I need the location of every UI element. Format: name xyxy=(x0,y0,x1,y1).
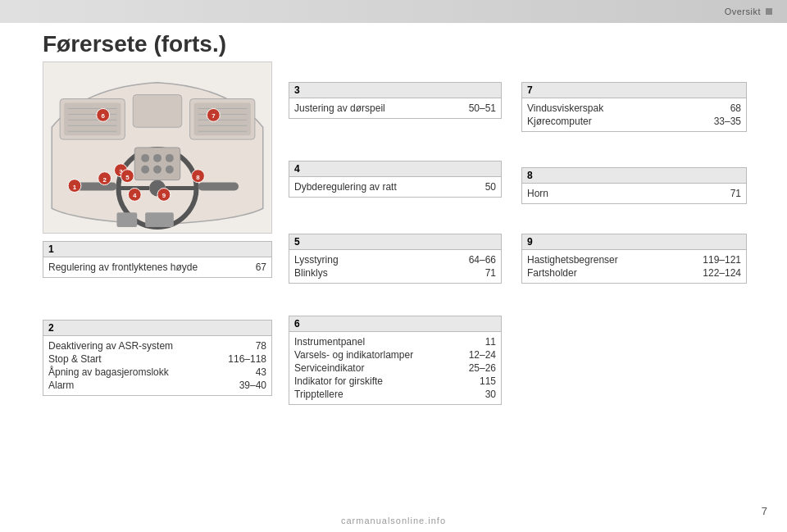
box6-row0-value: 11 xyxy=(455,336,496,348)
watermark: carmanualsonline.info xyxy=(341,516,446,525)
box6-row4-value: 30 xyxy=(455,389,496,400)
box6-row1-value: 12–24 xyxy=(455,349,496,361)
box2-row3-value: 39–40 xyxy=(225,380,266,391)
svg-text:7: 7 xyxy=(212,112,216,120)
header-bar: Oversikt xyxy=(0,0,787,23)
box9-row-0: Hastighetsbegrenser 119–121 xyxy=(527,253,741,266)
box2-row-0: Deaktivering av ASR-system 78 xyxy=(48,339,266,352)
box2-row2-label: Åpning av bagasjeromslokk xyxy=(48,366,225,378)
header-square-icon xyxy=(766,8,772,15)
box5-body: Lysstyring 64–66 Blinklys 71 xyxy=(289,250,501,283)
svg-rect-17 xyxy=(194,103,251,136)
box6-row-3: Indikator for girskifte 115 xyxy=(294,375,496,388)
svg-point-28 xyxy=(153,166,161,174)
box8-header: 8 xyxy=(522,168,746,184)
box7-row-0: Vindusviskerspak 68 xyxy=(527,102,741,115)
box6-row3-value: 115 xyxy=(455,375,496,387)
info-box-1: 1 Regulering av frontlyktenes høyde 67 xyxy=(43,241,272,278)
svg-text:2: 2 xyxy=(102,176,107,184)
page-number: 7 xyxy=(762,505,767,517)
box2-row-1: Stop & Start 116–118 xyxy=(48,352,266,366)
svg-text:4: 4 xyxy=(133,192,137,199)
box9-body: Hastighetsbegrenser 119–121 Fartsholder … xyxy=(522,250,746,283)
box2-body: Deaktivering av ASR-system 78 Stop & Sta… xyxy=(43,336,271,395)
svg-point-26 xyxy=(166,154,174,162)
box3-body: Justering av dørspeil 50–51 xyxy=(289,98,501,118)
box6-row-2: Serviceindikator 25–26 xyxy=(294,361,496,375)
box9-row0-label: Hastighetsbegrenser xyxy=(527,254,700,266)
box4-row0-value: 50 xyxy=(455,181,496,193)
svg-text:5: 5 xyxy=(125,174,130,181)
box3-row0-value: 50–51 xyxy=(455,102,496,114)
box1-row0-label: Regulering av frontlyktenes høyde xyxy=(48,261,225,273)
box9-row1-label: Fartsholder xyxy=(527,267,700,279)
box6-row3-label: Indikator for girskifte xyxy=(294,375,455,387)
svg-point-29 xyxy=(166,166,174,174)
box2-row-3: Alarm 39–40 xyxy=(48,379,266,392)
box1-row0-value: 67 xyxy=(225,261,266,273)
box2-row1-label: Stop & Start xyxy=(48,353,225,365)
page-title: Førersete (forts.) xyxy=(43,31,226,57)
box9-row1-value: 122–124 xyxy=(700,267,741,279)
box5-header: 5 xyxy=(289,234,501,250)
box7-body: Vindusviskerspak 68 Kjørecomputer 33–35 xyxy=(522,98,746,131)
box1-body: Regulering av frontlyktenes høyde 67 xyxy=(43,257,271,277)
box8-body: Horn 71 xyxy=(522,184,746,203)
box4-header: 4 xyxy=(289,161,501,177)
box2-row2-value: 43 xyxy=(225,366,266,378)
box8-row0-value: 71 xyxy=(700,188,741,199)
box7-row1-value: 33–35 xyxy=(700,116,741,127)
svg-text:6: 6 xyxy=(101,112,105,120)
box5-row-0: Lysstyring 64–66 xyxy=(294,253,496,266)
box9-row0-value: 119–121 xyxy=(700,254,741,266)
box3-header: 3 xyxy=(289,83,501,98)
svg-text:1: 1 xyxy=(73,184,77,191)
box3-row0-label: Justering av dørspeil xyxy=(294,102,455,114)
svg-point-24 xyxy=(141,154,149,162)
box1-header: 1 xyxy=(43,242,271,257)
box3-row-0: Justering av dørspeil 50–51 xyxy=(294,102,496,115)
box5-row1-label: Blinklys xyxy=(294,267,455,279)
box9-header: 9 xyxy=(522,234,746,250)
box2-header: 2 xyxy=(43,321,271,336)
box7-header: 7 xyxy=(522,83,746,98)
box5-row-1: Blinklys 71 xyxy=(294,266,496,280)
box7-row0-label: Vindusviskerspak xyxy=(527,102,700,114)
box2-row1-value: 116–118 xyxy=(225,353,266,365)
box4-row0-label: Dybderegulering av ratt xyxy=(294,181,455,193)
info-box-2: 2 Deaktivering av ASR-system 78 Stop & S… xyxy=(43,320,272,396)
info-box-5: 5 Lysstyring 64–66 Blinklys 71 xyxy=(289,234,502,284)
box6-row-1: Varsels- og indikatorlamper 12–24 xyxy=(294,348,496,361)
info-box-6: 6 Instrumentpanel 11 Varsels- og indikat… xyxy=(289,316,502,405)
svg-rect-6 xyxy=(76,183,117,191)
box6-body: Instrumentpanel 11 Varsels- og indikator… xyxy=(289,332,501,404)
box6-row4-label: Tripptellere xyxy=(294,389,455,400)
box6-row2-label: Serviceindikator xyxy=(294,362,455,374)
svg-rect-9 xyxy=(133,95,181,128)
header-label: Oversikt xyxy=(725,7,761,16)
box7-row1-label: Kjørecomputer xyxy=(527,116,700,127)
box7-row0-value: 68 xyxy=(700,102,741,114)
box2-row-2: Åpning av bagasjeromslokk 43 xyxy=(48,366,266,379)
box8-row0-label: Horn xyxy=(527,188,700,199)
box2-row0-value: 78 xyxy=(225,340,266,352)
car-illustration: 1 2 3 4 5 6 7 8 9 xyxy=(43,61,272,234)
box9-row-1: Fartsholder 122–124 xyxy=(527,266,741,280)
box5-row0-value: 64–66 xyxy=(455,254,496,266)
box6-row-4: Tripptellere 30 xyxy=(294,388,496,401)
svg-point-25 xyxy=(153,154,161,162)
box5-row0-label: Lysstyring xyxy=(294,254,455,266)
info-box-9: 9 Hastighetsbegrenser 119–121 Fartsholde… xyxy=(521,234,747,284)
info-box-7: 7 Vindusviskerspak 68 Kjørecomputer 33–3… xyxy=(521,82,747,132)
box6-row0-label: Instrumentpanel xyxy=(294,336,455,348)
svg-point-27 xyxy=(141,166,149,174)
box2-row3-label: Alarm xyxy=(48,380,225,391)
svg-text:8: 8 xyxy=(196,174,200,181)
info-box-8: 8 Horn 71 xyxy=(521,167,747,204)
svg-rect-30 xyxy=(116,212,137,227)
svg-rect-23 xyxy=(134,148,180,180)
box6-header: 6 xyxy=(289,316,501,332)
box6-row1-label: Varsels- og indikatorlamper xyxy=(294,349,455,361)
svg-rect-31 xyxy=(145,212,174,227)
box6-row-0: Instrumentpanel 11 xyxy=(294,335,496,348)
